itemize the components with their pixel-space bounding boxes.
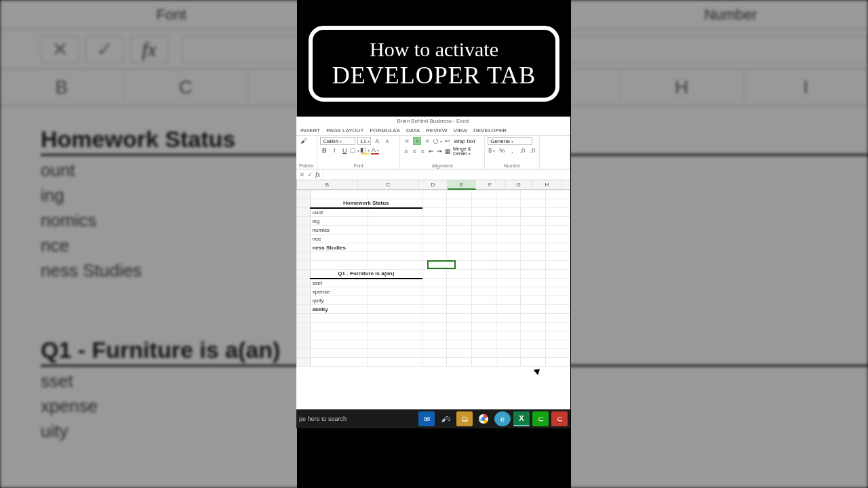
align-center-icon[interactable]: ≡ <box>411 147 417 155</box>
cell-row[interactable]: ount <box>310 208 368 217</box>
col-header-g[interactable]: G <box>505 180 533 190</box>
decrease-font-icon[interactable]: A <box>383 137 391 145</box>
ribbon-tabbar[interactable]: INSERT PAGE LAYOUT FORMULAS DATA REVIEW … <box>296 126 570 136</box>
cell-row[interactable]: sset <box>310 279 368 287</box>
col-header-i[interactable]: I <box>561 180 570 190</box>
decrease-indent-icon[interactable]: ⇤ <box>428 147 434 155</box>
cell-row[interactable]: nomics <box>310 226 368 235</box>
taskbar-search-text[interactable]: pe here to search <box>299 415 347 422</box>
windows-taskbar[interactable]: pe here to search ✉ 🖌3 🗂 e X ⊂ ⊂ <box>296 409 570 428</box>
bg-fx-icon: fx <box>130 36 168 63</box>
bold-button[interactable]: B <box>320 146 328 155</box>
merge-center-icon[interactable]: ▦ <box>445 147 451 155</box>
ribbon-group-font: Calibri 11 A A B I U ▢ ◧ A Font <box>317 136 400 169</box>
percent-format-icon[interactable]: % <box>498 146 506 155</box>
cell-row[interactable]: ness Studies <box>310 243 368 252</box>
accounting-format-icon[interactable]: $ <box>488 146 496 155</box>
fill-color-button[interactable]: ◧ <box>361 146 369 155</box>
mail-icon[interactable]: ✉ <box>418 411 435 426</box>
increase-indent-icon[interactable]: ⇥ <box>436 147 442 155</box>
ribbon-tab-review[interactable]: REVIEW <box>426 127 448 134</box>
align-left-icon[interactable]: ≡ <box>403 147 409 155</box>
window-title: Brain Behind Business - Excel <box>296 117 570 126</box>
file-explorer-icon[interactable]: 🗂 <box>456 411 473 426</box>
recorder-icon[interactable]: ⊂ <box>551 411 568 426</box>
paint-icon[interactable]: 🖌3 <box>437 411 454 426</box>
active-cell-selection <box>427 260 456 269</box>
cell-row[interactable]: ing <box>310 217 368 226</box>
number-format-dropdown[interactable]: General <box>488 137 532 145</box>
cancel-formula-icon[interactable]: ✕ <box>299 171 304 178</box>
chrome-icon[interactable] <box>475 411 492 426</box>
ribbon-tab-page-layout[interactable]: PAGE LAYOUT <box>326 127 363 134</box>
column-headers[interactable]: B C D E F G H I <box>296 180 570 190</box>
cell-section1-header[interactable]: Homework Status <box>310 199 422 208</box>
overlay-title-card: How to activate DEVELOPER TAB <box>309 26 559 102</box>
ribbon-group-alignment: ≡ ≡ ≡ ⭯ ↩ Wrap Text ≡ ≡ ≡ ⇤ ⇥ ▦ Merge & … <box>400 136 485 169</box>
camtasia-icon[interactable]: ⊂ <box>532 411 549 426</box>
font-size-dropdown[interactable]: 11 <box>357 137 371 145</box>
cell-row[interactable]: ability <box>310 305 368 314</box>
format-painter-icon[interactable]: 🖌 <box>299 137 307 145</box>
col-header-h[interactable]: H <box>533 180 561 190</box>
ribbon-tab-developer[interactable]: DEVELOPER <box>473 127 507 134</box>
increase-font-icon[interactable]: A <box>373 137 381 145</box>
excel-window: Brain Behind Business - Excel INSERT PAG… <box>296 117 570 428</box>
cell-row[interactable]: nce <box>310 235 368 243</box>
font-name-dropdown[interactable]: Calibri <box>320 137 355 145</box>
col-header-c[interactable]: C <box>358 180 419 190</box>
align-middle-icon[interactable]: ≡ <box>413 137 421 145</box>
ribbon-tab-view[interactable]: VIEW <box>454 127 467 134</box>
bg-ribbon-group-number: Number <box>620 6 841 24</box>
merge-center-label[interactable]: Merge & Center <box>453 146 481 156</box>
ribbon-tab-formulas[interactable]: FORMULAS <box>370 127 399 134</box>
ribbon-group-number: General $ % , .0 .0 Number <box>485 136 540 169</box>
ribbon-group-clipboard: 🖌 Painter <box>296 136 317 169</box>
ribbon-tab-data[interactable]: DATA <box>406 127 420 134</box>
ribbon-group-overflow <box>540 136 570 169</box>
bg-ribbon-group-font: Font <box>61 6 281 24</box>
col-header-f[interactable]: F <box>476 180 505 190</box>
underline-button[interactable]: U <box>340 146 349 155</box>
col-header-b[interactable]: B <box>297 180 358 190</box>
align-right-icon[interactable]: ≡ <box>420 147 426 155</box>
bg-cancel-icon: ✕ <box>41 36 79 63</box>
excel-icon[interactable]: X <box>513 411 530 426</box>
cell-section2-header[interactable]: Q1 - Furniture is a(an) <box>310 270 422 279</box>
increase-decimal-icon[interactable]: .0 <box>518 146 526 155</box>
mouse-cursor-icon <box>535 367 542 375</box>
cell-row[interactable]: xpense <box>310 287 368 296</box>
orientation-icon[interactable]: ⭯ <box>433 137 441 145</box>
decrease-decimal-icon[interactable]: .0 <box>528 146 536 155</box>
col-header-d[interactable]: D <box>419 180 448 190</box>
align-top-icon[interactable]: ≡ <box>403 137 411 145</box>
wrap-text-icon[interactable]: ↩ <box>443 137 452 145</box>
ribbon: 🖌 Painter Calibri 11 A A B I U ▢ ◧ A <box>296 136 570 169</box>
edge-icon[interactable]: e <box>494 411 511 426</box>
border-button[interactable]: ▢ <box>351 146 359 155</box>
overlay-title-line2: DEVELOPER TAB <box>325 61 543 89</box>
enter-formula-icon[interactable]: ✓ <box>307 171 313 178</box>
col-header-e[interactable]: E <box>448 180 476 190</box>
comma-format-icon[interactable]: , <box>508 146 516 155</box>
align-bottom-icon[interactable]: ≡ <box>423 137 431 145</box>
bg-confirm-icon: ✓ <box>85 36 123 63</box>
overlay-title-line1: How to activate <box>325 38 543 61</box>
wrap-text-label[interactable]: Wrap Text <box>454 139 475 144</box>
cell-row[interactable]: quity <box>310 296 368 305</box>
fx-icon[interactable]: fx <box>315 171 320 178</box>
formula-bar[interactable]: ✕ ✓ fx <box>296 169 570 180</box>
italic-button[interactable]: I <box>330 146 338 155</box>
spreadsheet-grid[interactable]: Homework Status ount ing nomics nce ness… <box>296 190 570 409</box>
font-color-button[interactable]: A <box>371 146 379 155</box>
ribbon-tab-insert[interactable]: INSERT <box>300 127 320 134</box>
